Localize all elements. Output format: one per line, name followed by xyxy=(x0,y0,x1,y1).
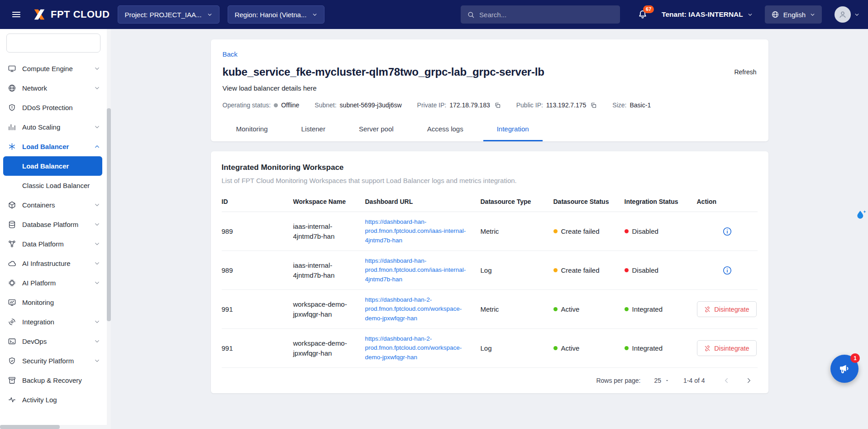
disintegrate-button[interactable]: Disintegrate xyxy=(697,301,757,317)
col-header-action: Action xyxy=(697,198,758,205)
disintegrate-button[interactable]: Disintegrate xyxy=(697,340,757,356)
chevron-down-icon xyxy=(94,260,100,267)
sidebar-item-security-platform[interactable]: Security Platform xyxy=(0,351,107,371)
refresh-button[interactable]: Refresh xyxy=(734,68,756,76)
cell-datasource-status: Create failed xyxy=(553,266,625,274)
hamburger-menu-icon[interactable] xyxy=(8,6,24,23)
dashboard-url-link[interactable]: https://dashboard-han-prod.fmon.fptcloud… xyxy=(365,256,481,284)
sidebar-subitem-classic-load-balancer[interactable]: Classic Load Balancer xyxy=(3,176,102,195)
tab-monitoring[interactable]: Monitoring xyxy=(223,118,281,141)
fpt-logo-mark-icon xyxy=(33,8,46,21)
cell-datasource-type: Metric xyxy=(481,227,553,235)
sidebar-item-devops[interactable]: DevOps xyxy=(0,332,107,351)
tenant-label: Tenant: IAAS-INTERNAL xyxy=(662,10,743,19)
sidebar-item-ai-infrastructure[interactable]: AI Infrastructure xyxy=(0,254,107,273)
sidebar-item-monitoring[interactable]: Monitoring xyxy=(0,293,107,312)
chevron-down-icon xyxy=(94,318,100,325)
language-dropdown[interactable]: English xyxy=(765,5,822,24)
back-link[interactable]: Back xyxy=(223,50,238,58)
auto-scaling-icon xyxy=(8,123,16,131)
integration-icon xyxy=(8,318,16,326)
search-input[interactable] xyxy=(479,11,614,19)
support-widget[interactable] xyxy=(855,209,867,224)
containers-icon xyxy=(8,201,16,209)
status-text: Active xyxy=(561,344,580,352)
sidebar-horizontal-scrollbar[interactable] xyxy=(0,425,111,429)
dashboard-url-link[interactable]: https://dashboard-han-2-prod.fmon.fptclo… xyxy=(365,295,481,323)
data-platform-icon xyxy=(8,240,16,248)
megaphone-icon xyxy=(838,362,851,375)
rows-per-page-select[interactable]: 25 xyxy=(654,377,670,384)
chevron-right-icon xyxy=(745,376,753,385)
chevron-down-icon xyxy=(810,12,816,18)
sidebar-item-backup-recovery[interactable]: Backup & Recovery xyxy=(0,371,107,390)
project-dropdown[interactable]: Project: PROJECT_IAA... xyxy=(118,5,219,24)
rows-per-page-value: 25 xyxy=(654,377,661,384)
next-page-button[interactable] xyxy=(744,376,754,386)
sidebar-item-database-platform[interactable]: Database Platform xyxy=(0,215,107,234)
globe-icon xyxy=(771,10,779,19)
sidebar-item-integration[interactable]: Integration xyxy=(0,312,107,332)
search-icon xyxy=(467,11,475,19)
user-menu[interactable] xyxy=(835,6,860,23)
chevron-down-icon xyxy=(94,357,100,364)
chevron-down-icon xyxy=(94,338,100,345)
sidebar-search-box[interactable] xyxy=(6,34,100,53)
monitoring-icon xyxy=(8,298,16,307)
global-search[interactable] xyxy=(461,5,620,24)
cell-datasource-status: Active xyxy=(553,344,625,352)
page-title: kube_service_fke-mycluster-qlm78two_grpc… xyxy=(223,66,544,78)
sidebar-item-containers[interactable]: Containers xyxy=(0,195,107,215)
previous-page-button[interactable] xyxy=(721,376,731,386)
main-content: Back kube_service_fke-mycluster-qlm78two… xyxy=(111,29,868,429)
sidebar-item-auto-scaling[interactable]: Auto Scaling xyxy=(0,117,107,137)
copy-icon[interactable] xyxy=(494,102,501,109)
tab-server-pool[interactable]: Server pool xyxy=(345,118,407,141)
sidebar-item-ddos-protection[interactable]: DDoS Protection xyxy=(0,98,107,117)
col-header-workspace-name: Workspace Name xyxy=(293,198,365,205)
status-dot-offline xyxy=(274,103,278,107)
announcements-button[interactable]: 1 xyxy=(830,355,858,383)
dashboard-url-link[interactable]: https://dashboard-han-prod.fmon.fptcloud… xyxy=(365,217,481,245)
status-dot-success xyxy=(553,346,558,350)
scrollbar-thumb[interactable] xyxy=(107,108,111,321)
dashboard-url-link[interactable]: https://dashboard-han-2-prod.fmon.fptclo… xyxy=(365,334,481,362)
chevron-down-icon xyxy=(94,85,100,92)
detail-tabs: Monitoring Listener Server pool Access l… xyxy=(223,118,757,141)
tab-access-logs[interactable]: Access logs xyxy=(414,118,477,141)
sidebar-item-label: Database Platform xyxy=(22,221,78,228)
sidebar-item-label: Activity Log xyxy=(22,396,57,404)
col-header-integration-status: Integration Status xyxy=(625,198,697,205)
sidebar-vertical-scrollbar[interactable] xyxy=(107,29,111,425)
tab-listener[interactable]: Listener xyxy=(288,118,339,141)
sidebar-item-ai-platform[interactable]: AI Platform xyxy=(0,273,107,293)
sidebar-item-load-balancer[interactable]: Load Balancer xyxy=(0,137,107,156)
ddos-protection-icon xyxy=(8,103,16,112)
activity-icon xyxy=(8,395,16,404)
disintegrate-label: Disintegrate xyxy=(714,306,749,313)
notifications-button[interactable]: 67 xyxy=(637,9,648,20)
status-dot-error xyxy=(625,229,629,233)
table-row: 991 workspace-demo-jpxwfqgr-han https://… xyxy=(222,290,758,329)
sidebar-item-data-platform[interactable]: Data Platform xyxy=(0,234,107,254)
sidebar-item-activity-log[interactable]: Activity Log xyxy=(0,390,107,410)
sidebar-item-network[interactable]: Network xyxy=(0,78,107,98)
copy-icon[interactable] xyxy=(590,102,597,109)
subnet-value: subnet-5699-j3udj6sw xyxy=(340,101,402,109)
sidebar-subitem-load-balancer[interactable]: Load Balancer xyxy=(3,156,102,176)
cell-datasource-type: Log xyxy=(481,344,553,352)
region-dropdown[interactable]: Region: Hanoi (Vietna... xyxy=(228,5,324,24)
tenant-dropdown[interactable]: Tenant: IAAS-INTERNAL xyxy=(662,10,753,19)
sidebar-item-compute-engine[interactable]: Compute Engine xyxy=(0,59,107,78)
cell-integration-status: Integrated xyxy=(625,344,697,352)
logo-text: FPT CLOUD xyxy=(51,9,110,20)
scrollbar-thumb[interactable] xyxy=(0,425,60,429)
info-icon[interactable] xyxy=(722,227,732,236)
disintegrate-label: Disintegrate xyxy=(714,345,749,352)
fpt-cloud-logo[interactable]: FPT CLOUD xyxy=(33,8,110,21)
operating-status-label: Operating status: xyxy=(223,101,271,109)
cell-id: 989 xyxy=(222,266,293,274)
compute-engine-icon xyxy=(8,64,16,73)
info-icon[interactable] xyxy=(722,265,732,275)
tab-integration[interactable]: Integration xyxy=(483,118,543,141)
